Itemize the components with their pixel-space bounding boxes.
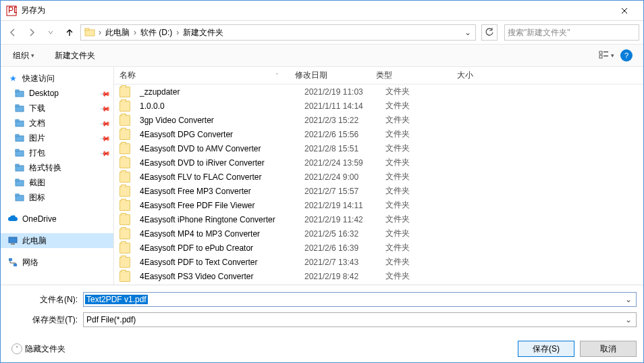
svg-rect-24	[9, 237, 17, 243]
new-folder-button[interactable]: 新建文件夹	[51, 47, 99, 64]
file-date: 2021/2/8 15:51	[299, 144, 380, 153]
address-bar[interactable]: › 此电脑 › 软件 (D:) › 新建文件夹 ⌄	[80, 24, 476, 41]
search-placeholder: 搜索"新建文件夹"	[508, 27, 570, 39]
column-type[interactable]: 类型	[371, 70, 452, 81]
sidebar-this-pc[interactable]: 此电脑	[1, 233, 113, 248]
table-row[interactable]: 1.0.0.02021/1/11 14:14文件夹	[114, 99, 643, 113]
close-button[interactable]	[611, 1, 638, 20]
sidebar-item-5[interactable]: 格式转换	[1, 160, 113, 175]
table-row[interactable]: 4Easysoft DPG Converter2021/2/6 15:56文件夹	[114, 127, 643, 141]
file-rows: _zzupdater2021/2/19 11:03文件夹1.0.0.02021/…	[114, 84, 643, 285]
file-name: 4Easysoft DVD to iRiver Converter	[134, 158, 299, 168]
chevron-down-icon[interactable]: ⌄	[622, 295, 635, 304]
filename-input[interactable]: Text2PDF v1.pdf ⌄	[83, 292, 637, 307]
file-type: 文件夹	[380, 143, 461, 154]
up-button[interactable]	[61, 24, 78, 41]
folder-icon	[119, 129, 130, 140]
svg-rect-23	[16, 194, 19, 196]
sidebar-item-6[interactable]: 截图	[1, 175, 113, 190]
svg-rect-6	[599, 55, 602, 58]
folder-icon	[119, 271, 130, 282]
search-input[interactable]: 搜索"新建文件夹"	[504, 24, 639, 41]
table-row[interactable]: 4Easysoft PS3 Video Converter2021/2/19 8…	[114, 269, 643, 283]
pin-icon: 📌	[100, 88, 111, 99]
back-button[interactable]	[5, 24, 21, 41]
sidebar-item-label: Desktop	[29, 89, 59, 98]
sidebar-item-label: 截图	[29, 177, 45, 189]
sidebar-item-label: 格式转换	[29, 162, 61, 174]
svg-rect-25	[11, 243, 15, 245]
filetype-value: Pdf File(*.pdf)	[85, 315, 136, 324]
cancel-button[interactable]: 取消	[580, 341, 637, 357]
folder-icon	[119, 143, 130, 154]
svg-rect-4	[599, 51, 602, 54]
save-button[interactable]: 保存(S)	[518, 341, 574, 357]
sidebar-item-label: 图片	[29, 132, 45, 144]
file-name: 4Easysoft DPG Converter	[134, 130, 299, 139]
file-name: 4Easysoft iPhone Ringtone Converter	[134, 215, 299, 224]
address-dropdown-icon[interactable]: ⌄	[462, 28, 474, 37]
sidebar-onedrive[interactable]: OneDrive	[1, 212, 113, 226]
filename-label: 文件名(N):	[7, 294, 83, 306]
table-row[interactable]: 4Easysoft PDF to ePub Creator2021/2/6 16…	[114, 241, 643, 255]
organize-button[interactable]: 组织▾	[9, 47, 38, 64]
table-row[interactable]: 4Easysoft DVD to iRiver Converter2021/2/…	[114, 155, 643, 170]
svg-rect-26	[9, 258, 12, 261]
chevron-right-icon[interactable]: ›	[132, 28, 138, 37]
hide-folders-toggle[interactable]: ˄ 隐藏文件夹	[11, 343, 65, 355]
column-name[interactable]: 名称ˆ	[114, 70, 290, 81]
breadcrumb-thispc[interactable]: 此电脑	[103, 27, 132, 39]
file-date: 2021/2/19 8:42	[299, 272, 380, 281]
table-row[interactable]: _zzupdater2021/2/19 11:03文件夹	[114, 84, 643, 99]
sort-indicator-icon: ˆ	[276, 72, 284, 79]
file-name: 4Easysoft FLV to FLAC Converter	[134, 172, 299, 182]
filename-value: Text2PDF v1.pdf	[85, 295, 148, 304]
view-button[interactable]: ▾	[597, 48, 615, 63]
sidebar-item-4[interactable]: 打包📌	[1, 145, 113, 160]
navigation-bar: › 此电脑 › 软件 (D:) › 新建文件夹 ⌄ 搜索"新建文件夹"	[1, 21, 643, 44]
table-row[interactable]: 4Easysoft DVD to AMV Converter2021/2/8 1…	[114, 141, 643, 155]
chevron-up-icon: ˄	[11, 343, 22, 354]
sidebar-item-7[interactable]: 图标	[1, 190, 113, 205]
breadcrumb-drive[interactable]: 软件 (D:)	[138, 27, 175, 39]
chevron-right-icon[interactable]: ›	[97, 28, 103, 37]
folder-icon	[119, 101, 130, 112]
table-row[interactable]: 4Easysoft PDF to Text Converter2021/2/7 …	[114, 255, 643, 269]
help-button[interactable]: ?	[618, 48, 635, 63]
pin-icon: 📌	[100, 147, 111, 158]
column-date[interactable]: 修改日期	[290, 70, 371, 81]
table-row[interactable]: 4Easysoft FLV to FLAC Converter2021/2/24…	[114, 170, 643, 184]
table-row[interactable]: 4Easysoft iPhone Ringtone Converter2021/…	[114, 212, 643, 226]
chevron-right-icon[interactable]: ›	[175, 28, 180, 37]
file-name: 4Easysoft PDF to Text Converter	[134, 258, 299, 267]
filetype-label: 保存类型(T):	[7, 314, 83, 326]
filetype-select[interactable]: Pdf File(*.pdf) ⌄	[83, 312, 637, 327]
sidebar-quick-access[interactable]: ★ 快速访问	[1, 71, 113, 86]
folder-icon	[14, 103, 25, 114]
refresh-button[interactable]	[481, 24, 498, 41]
network-label: 网络	[22, 257, 38, 268]
folder-icon	[14, 162, 25, 173]
file-date: 2021/2/7 13:43	[299, 258, 380, 267]
sidebar-item-3[interactable]: 图片📌	[1, 130, 113, 145]
file-list: 名称ˆ 修改日期 类型 大小 _zzupdater2021/2/19 11:03…	[114, 67, 643, 285]
table-row[interactable]: 4Easysoft MP4 to MP3 Converter2021/2/5 1…	[114, 226, 643, 241]
table-row[interactable]: 4Easysoft Free PDF File Viewer2021/2/19 …	[114, 198, 643, 212]
file-name: 4Easysoft DVD to AMV Converter	[134, 144, 299, 153]
sidebar-item-2[interactable]: 文档📌	[1, 116, 113, 130]
chevron-down-icon[interactable]: ⌄	[622, 315, 635, 324]
table-row[interactable]: 3gp Video Converter2021/2/3 15:22文件夹	[114, 113, 643, 127]
column-size[interactable]: 大小	[452, 70, 506, 81]
file-name: 4Easysoft Free MP3 Converter	[134, 187, 299, 196]
sidebar-item-0[interactable]: Desktop📌	[1, 86, 113, 101]
recent-button[interactable]	[43, 24, 59, 41]
sidebar-item-1[interactable]: 下载📌	[1, 101, 113, 116]
breadcrumb-folder[interactable]: 新建文件夹	[180, 27, 226, 39]
file-type: 文件夹	[380, 86, 461, 97]
table-row[interactable]: 4Easysoft Free MP3 Converter2021/2/7 15:…	[114, 184, 643, 198]
sidebar-network[interactable]: 网络	[1, 255, 113, 270]
cloud-icon	[7, 214, 18, 224]
network-icon	[7, 257, 18, 268]
file-date: 2021/1/11 14:14	[299, 101, 380, 111]
forward-button[interactable]	[24, 24, 40, 41]
